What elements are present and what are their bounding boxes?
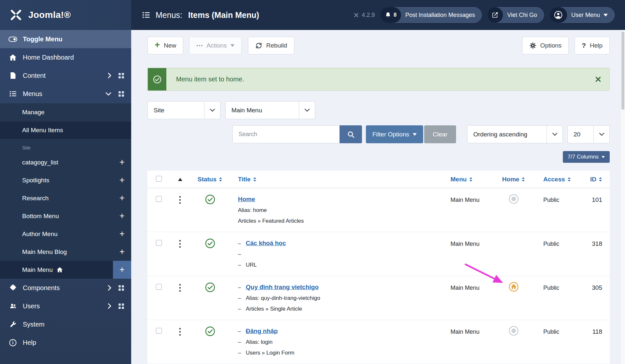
sidebar-item-manage[interactable]: Manage — [0, 103, 131, 121]
user-menu-label: User Menu — [571, 12, 600, 19]
dashboard-grid-icon[interactable] — [118, 303, 124, 309]
sidebar-menu-main-menu[interactable]: Main Menu + — [0, 261, 131, 279]
dashboard-grid-icon[interactable] — [118, 285, 124, 291]
user-circle-icon — [554, 11, 562, 19]
menu-item-title-link[interactable]: Home — [238, 196, 255, 203]
rebuild-button[interactable]: Rebuild — [248, 37, 294, 54]
home-toggle-button[interactable] — [508, 196, 519, 204]
sort-icon — [599, 177, 602, 182]
ordering-sort-caret[interactable] — [178, 178, 182, 181]
drag-handle-icon[interactable] — [179, 328, 181, 336]
menu-item-title-link[interactable]: Quy định trang vietchigo — [246, 284, 319, 291]
select-all-checkbox[interactable] — [156, 176, 162, 182]
clear-button[interactable]: Clear — [424, 125, 456, 143]
sidebar-menu-author-menu[interactable]: Author Menu + — [0, 225, 131, 243]
new-button[interactable]: + New — [147, 37, 183, 54]
select-row-checkbox[interactable] — [156, 284, 162, 290]
ordering-select[interactable]: Ordering ascending — [467, 125, 563, 143]
add-menu-item-button[interactable]: + — [113, 189, 131, 207]
post-installation-messages-button[interactable]: 8 Post Installation Messages — [380, 7, 482, 23]
select-row-checkbox[interactable] — [156, 240, 162, 246]
sidebar-item-all-menu-items[interactable]: All Menu Items — [0, 121, 131, 139]
sidebar-item-users[interactable]: Users — [0, 297, 131, 315]
ellipsis-icon — [196, 45, 203, 47]
scrollbar-thumb[interactable] — [621, 32, 624, 110]
status-published-toggle[interactable] — [205, 196, 215, 205]
column-header-id[interactable]: ID — [590, 176, 602, 183]
status-published-toggle[interactable] — [205, 328, 215, 337]
menu-item-title-link[interactable]: Đăng nhập — [246, 328, 278, 335]
site-preview-button[interactable]: Viet Chi Go — [487, 7, 544, 23]
home-toggle-button[interactable] — [508, 284, 519, 292]
drag-handle-icon[interactable] — [179, 196, 181, 204]
menu-label: catagogy_list — [22, 159, 58, 166]
user-menu-button[interactable]: User Menu — [549, 7, 615, 23]
search-button[interactable] — [340, 125, 362, 143]
sidebar-item-home-dashboard[interactable]: Home Dashboard — [0, 48, 131, 66]
item-type: Users » Login Form — [246, 350, 294, 356]
add-menu-item-button[interactable]: + — [113, 243, 131, 261]
dashboard-grid-icon[interactable] — [118, 73, 124, 78]
select-row-checkbox[interactable] — [156, 328, 162, 334]
sidebar-item-help[interactable]: Help — [0, 333, 131, 352]
drag-handle-icon[interactable] — [179, 240, 181, 248]
home-toggle-button[interactable] — [508, 328, 519, 336]
actions-button[interactable]: Actions — [189, 37, 241, 54]
notifications-count-badge: 8 — [394, 12, 396, 18]
column-header-title[interactable]: Title — [238, 176, 257, 183]
sidebar-item-content[interactable]: Content — [0, 66, 131, 85]
sidebar-item-system[interactable]: System — [0, 315, 131, 333]
main-content: + New Actions Rebuild — [131, 30, 625, 364]
status-published-toggle[interactable] — [205, 240, 215, 249]
sidebar-menu-main-menu-blog[interactable]: Main Menu Blog + — [0, 243, 131, 261]
default-home-icon — [57, 267, 63, 273]
site-select[interactable]: Site — [147, 101, 220, 119]
help-button[interactable]: ? Help — [575, 37, 610, 54]
status-published-toggle[interactable] — [205, 284, 215, 293]
search-input[interactable] — [232, 125, 340, 143]
item-menu: Main Menu — [444, 328, 496, 335]
add-menu-item-button[interactable]: + — [113, 261, 131, 279]
new-button-label: New — [164, 42, 176, 49]
sidebar-menu-catagogy-list[interactable]: catagogy_list + — [0, 153, 131, 171]
sidebar-item-menus[interactable]: Menus — [0, 85, 131, 103]
item-type: Articles » Featured Articles — [238, 218, 304, 224]
home-icon — [8, 54, 17, 61]
select-row-checkbox[interactable] — [156, 196, 162, 202]
column-header-status[interactable]: Status — [198, 176, 222, 183]
close-icon — [595, 77, 601, 82]
add-menu-item-button[interactable]: + — [113, 207, 131, 225]
column-header-access[interactable]: Access — [543, 176, 571, 183]
item-alias: Alias: home — [238, 207, 267, 214]
menutype-select[interactable]: Main Menu — [225, 101, 315, 119]
add-menu-item-button[interactable]: + — [113, 225, 131, 243]
filter-options-button[interactable]: Filter Options — [366, 125, 423, 143]
column-header-home[interactable]: Home — [502, 176, 525, 183]
dashboard-grid-icon[interactable] — [118, 91, 124, 97]
menutype-select-value: Main Menu — [231, 107, 262, 114]
sidebar-menu-bottom-menu[interactable]: Bottom Menu + — [0, 207, 131, 225]
item-id: 305 — [569, 284, 610, 291]
menu-item-title-link[interactable]: Các khoá học — [246, 240, 286, 247]
columns-toggle-button[interactable]: 7/7 Columns — [563, 151, 610, 163]
add-menu-item-button[interactable]: + — [113, 171, 131, 189]
drag-handle-icon[interactable] — [179, 284, 181, 292]
sidebar-menu-spotlights[interactable]: Spotlights + — [0, 171, 131, 189]
alert-close-button[interactable] — [587, 68, 609, 91]
file-icon — [8, 72, 17, 79]
home-unset-icon — [508, 193, 519, 204]
sidebar-item-components[interactable]: Components — [0, 279, 131, 297]
plus-icon: + — [155, 40, 160, 49]
column-header-menu[interactable]: Menu — [451, 176, 473, 183]
options-button[interactable]: Options — [522, 37, 569, 54]
brand-link[interactable]: Joomla!® — [0, 0, 131, 30]
add-menu-item-button[interactable]: + — [113, 153, 131, 171]
chevron-right-icon — [108, 285, 111, 291]
item-menu: Main Menu — [444, 284, 496, 291]
toggle-menu-button[interactable]: Toggle Menu — [0, 30, 131, 48]
scrollbar[interactable] — [620, 30, 625, 364]
actions-button-label: Actions — [206, 42, 227, 49]
list-limit-select[interactable]: 20 — [567, 125, 610, 143]
level-dash: – — [238, 295, 246, 301]
sidebar-menu-research[interactable]: Research + — [0, 189, 131, 207]
